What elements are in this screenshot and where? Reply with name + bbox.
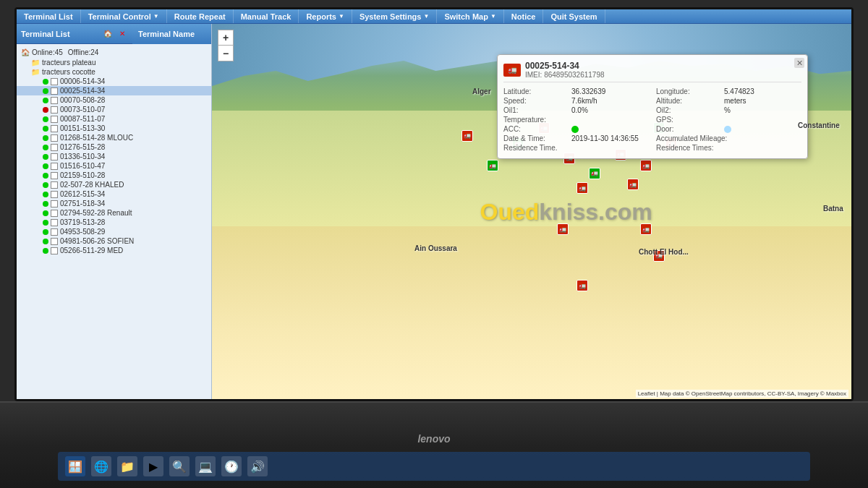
status-dot-13	[43, 201, 48, 207]
terminal-checkbox-2[interactable]	[51, 97, 58, 104]
terminal-item-3[interactable]: 00073-510-07	[17, 105, 211, 114]
terminal-checkbox-3[interactable]	[51, 106, 58, 114]
terminal-checkbox-15[interactable]	[51, 219, 58, 226]
status-dot-7	[43, 145, 48, 150]
folder-icon-plateau: 📁	[31, 59, 40, 67]
taskbar-icon-3[interactable]: ▶	[143, 456, 163, 476]
terminal-label-3: 00073-510-07	[60, 106, 105, 114]
status-dot-2	[43, 98, 48, 103]
terminal-checkbox-7[interactable]	[51, 144, 58, 151]
terminal-item-18[interactable]: 05266-511-29 MED	[17, 246, 211, 255]
terminal-item-15[interactable]: 03719-513-28	[17, 218, 211, 227]
taskbar-icon-0[interactable]: 🪟	[65, 456, 85, 476]
popup-lon-label: Longitude:	[656, 87, 721, 95]
nav-item-notice[interactable]: Notice	[504, 9, 544, 23]
terminal-item-5[interactable]: 00151-513-30	[17, 124, 211, 133]
marker-10[interactable]: 🚛	[576, 182, 590, 195]
status-dot-4	[43, 116, 48, 122]
nav-item-switch-map[interactable]: Switch Map▼	[437, 9, 503, 23]
taskbar-icon-6[interactable]: 🕐	[221, 456, 242, 476]
marker-batna[interactable]: 🚛	[640, 223, 653, 236]
terminal-checkbox-12[interactable]	[51, 191, 58, 198]
sidebar-title: Terminal List	[21, 30, 99, 38]
popup-residence-times-row: Residence Times:	[656, 143, 801, 153]
status-dot-9	[43, 163, 48, 169]
sidebar-home-icon[interactable]: 🏠	[102, 28, 114, 40]
terminal-list-content[interactable]: 🏠 Online:45 Offline:24 📁 tracteurs plate…	[17, 44, 211, 399]
terminal-item-14[interactable]: 02794-592-28 Renault	[17, 208, 211, 218]
sidebar-close-icon[interactable]: ✕	[116, 28, 128, 40]
terminal-item-10[interactable]: 02159-510-28	[17, 171, 211, 180]
terminal-checkbox-6[interactable]	[51, 134, 58, 142]
marker-alger[interactable]: 🚛	[461, 130, 475, 143]
taskbar-icon-7[interactable]: 🔊	[247, 456, 268, 476]
group-plateau-label: tracteurs plateau	[42, 59, 96, 67]
terminal-item-0[interactable]: 00006-514-34	[17, 77, 211, 86]
nav-item-route-repeat[interactable]: Route Repeat	[167, 9, 234, 23]
nav-item-terminal-list[interactable]: Terminal List	[17, 9, 81, 23]
popup-speed-label: Speed:	[503, 97, 569, 105]
marker-9[interactable]: 🚛	[627, 179, 640, 192]
marker-south2[interactable]: 🚛	[557, 223, 570, 236]
taskbar-icon-4[interactable]: 🔍	[169, 456, 190, 476]
zoom-controls: + −	[218, 30, 234, 61]
marker-south1[interactable]: 🚛	[653, 250, 666, 263]
nav-item-quit-system[interactable]: Quit System	[543, 9, 605, 23]
terminal-label-16: 04953-508-29	[60, 228, 105, 236]
popup-oil2-value: %	[724, 106, 731, 114]
terminal-label-10: 02159-510-28	[60, 171, 105, 179]
terminal-checkbox-0[interactable]	[51, 78, 58, 85]
terminal-checkbox-1[interactable]	[51, 87, 58, 95]
terminal-checkbox-11[interactable]	[51, 181, 58, 189]
taskbar-icon-5[interactable]: 💻	[195, 456, 216, 476]
terminal-item-8[interactable]: 01336-510-34	[17, 152, 211, 161]
group-cocotte-label: tracteurs cocotte	[42, 68, 95, 76]
terminal-item-1[interactable]: 00025-514-34	[17, 86, 211, 95]
group-cocotte[interactable]: 📁 tracteurs cocotte	[17, 67, 211, 77]
zoom-in-button[interactable]: +	[218, 30, 234, 46]
status-dot-10	[43, 173, 48, 179]
terminal-checkbox-17[interactable]	[51, 238, 58, 245]
popup-residence-label: Residence Time.	[503, 144, 569, 152]
terminal-checkbox-18[interactable]	[51, 247, 58, 254]
terminal-item-4[interactable]: 00087-511-07	[17, 114, 211, 124]
terminal-item-7[interactable]: 01276-515-28	[17, 142, 211, 152]
app: Terminal ListTerminal Control▼Route Repe…	[17, 9, 851, 399]
terminal-checkbox-16[interactable]	[51, 228, 58, 236]
terminal-checkbox-14[interactable]	[51, 210, 58, 217]
terminal-checkbox-8[interactable]	[51, 153, 58, 160]
marker-south3[interactable]: 🚛	[576, 280, 590, 293]
status-dot-0	[43, 79, 48, 85]
terminal-checkbox-10[interactable]	[51, 172, 58, 179]
map-area: + − 🚛 🚛 🚛 🚛	[212, 24, 851, 399]
nav-item-manual-track[interactable]: Manual Track	[234, 9, 299, 23]
taskbar-icon-2[interactable]: 📁	[117, 456, 137, 476]
terminal-checkbox-13[interactable]	[51, 200, 58, 207]
marker-4[interactable]: 🚛	[589, 168, 602, 181]
marker-6[interactable]: 🚛	[640, 160, 653, 173]
group-plateau[interactable]: 📁 tracteurs plateau	[17, 58, 211, 67]
terminal-checkbox-5[interactable]	[51, 125, 58, 132]
terminal-checkbox-9[interactable]	[51, 163, 58, 170]
nav-item-terminal-control[interactable]: Terminal Control▼	[81, 9, 167, 23]
nav-item-system-settings[interactable]: System Settings▼	[352, 9, 438, 23]
nav-item-reports[interactable]: Reports▼	[299, 9, 352, 23]
top-nav: Terminal ListTerminal Control▼Route Repe…	[17, 9, 851, 24]
terminal-item-17[interactable]: 04981-506-26 SOFIEN	[17, 236, 211, 246]
home-icon: 🏠	[21, 48, 30, 56]
popup-left-col: Latitude: 36.332639 Speed: 7.6km/h Oil1:…	[503, 87, 649, 153]
terminal-item-11[interactable]: 02-507-28 KHALED	[17, 180, 211, 189]
terminal-label-0: 00006-514-34	[60, 77, 105, 85]
terminal-item-12[interactable]: 02612-515-34	[17, 189, 211, 199]
terminal-item-6[interactable]: 01268-514-28 MLOUC	[17, 133, 211, 142]
marker-11[interactable]: 🚛	[487, 160, 500, 173]
terminal-item-2[interactable]: 00070-508-28	[17, 95, 211, 105]
popup-close-button[interactable]: ✕	[794, 58, 804, 68]
nav-arrow-4: ▼	[339, 13, 344, 20]
terminal-item-16[interactable]: 04953-508-29	[17, 227, 211, 236]
zoom-out-button[interactable]: −	[218, 46, 234, 61]
taskbar-icon-1[interactable]: 🌐	[91, 456, 111, 476]
terminal-checkbox-4[interactable]	[51, 116, 58, 123]
terminal-item-13[interactable]: 02751-518-34	[17, 199, 211, 208]
terminal-item-9[interactable]: 01516-510-47	[17, 161, 211, 171]
